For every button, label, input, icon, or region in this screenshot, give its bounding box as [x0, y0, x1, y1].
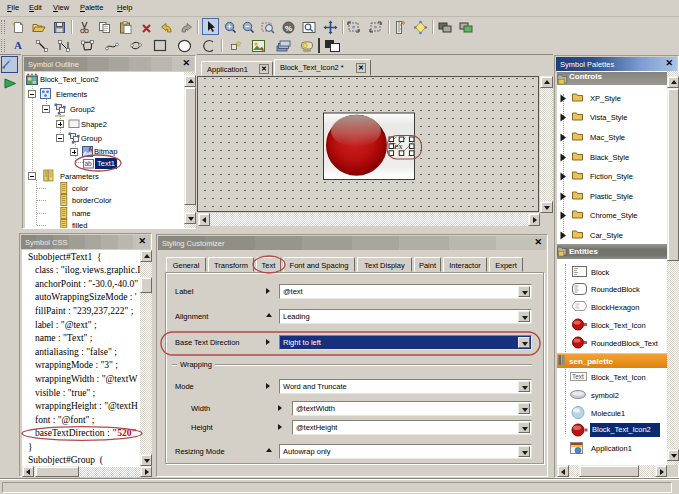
svg-text:%: % [285, 24, 292, 33]
svg-text:Text: Text [572, 373, 584, 380]
